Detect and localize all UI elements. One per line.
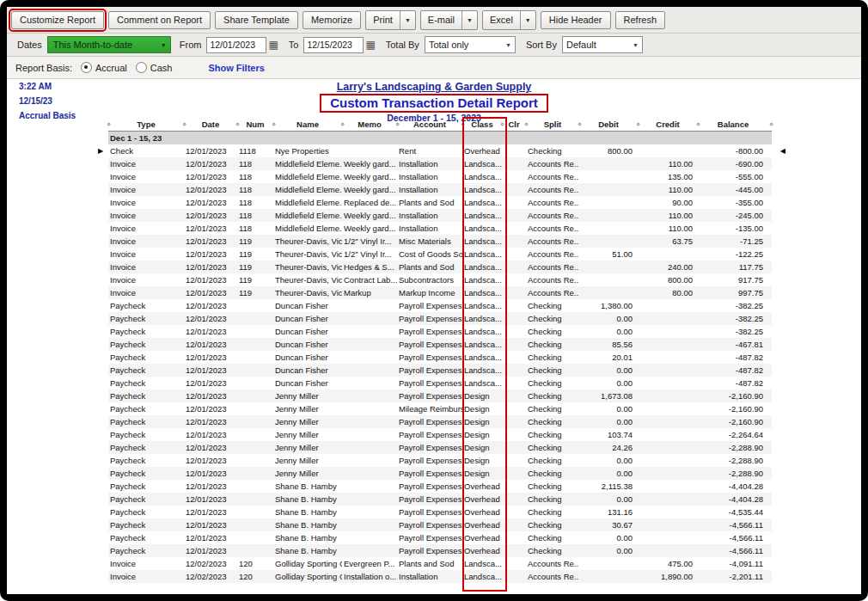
table-row[interactable]: Invoice12/01/2023118Middlefield Eleme...… [108,157,772,170]
column-divider-icon[interactable]: ⋄ [636,119,640,131]
table-row[interactable]: Invoice12/02/2023120Golliday Sporting G.… [108,557,772,570]
table-row[interactable]: Invoice12/01/2023118Middlefield Eleme...… [108,196,772,209]
cell-class: Landsca... [462,157,502,170]
print-button[interactable]: Print ▼ [365,10,416,30]
table-row[interactable]: Invoice12/01/2023119Theurer-Davis, Vic..… [108,286,772,299]
column-divider-icon[interactable]: ⋄ [340,119,345,131]
cell-credit [638,480,698,493]
table-row[interactable]: Paycheck12/01/2023Shane B. HambyPayroll … [108,531,772,544]
column-divider-icon[interactable]: ⋄ [524,119,529,131]
memorize-button[interactable]: Memorize [303,11,361,29]
table-row[interactable]: Paycheck12/01/2023Jenny MillerPayroll Ex… [108,389,772,402]
column-header-memo[interactable]: ⋄Memo [342,119,397,131]
table-row[interactable]: Paycheck12/01/2023Duncan FisherPayroll E… [108,351,772,364]
email-dropdown-arrow-icon[interactable]: ▼ [462,11,477,29]
column-header-debit[interactable]: ⋄Debit [579,119,638,131]
table-row[interactable]: Invoice12/01/2023118Middlefield Eleme...… [108,209,772,222]
dates-dropdown-arrow-icon[interactable]: ▼ [161,42,167,48]
hide-header-button[interactable]: Hide Header [541,11,611,29]
table-row[interactable]: Check12/01/20231118Nye PropertiesRentOve… [108,144,772,157]
show-filters-link[interactable]: Show Filters [208,63,264,73]
excel-button[interactable]: Excel ▼ [482,10,536,30]
column-header-num[interactable]: ⋄Num [237,119,273,131]
sort-by-dropdown[interactable]: Default ▼ [562,36,643,53]
column-header-class[interactable]: ⋄Class [462,119,502,131]
table-row[interactable]: Paycheck12/01/2023Shane B. HambyPayroll … [108,544,772,557]
cell-account: Subcontractors [397,273,462,286]
cell-account: Installation [397,570,462,583]
refresh-button[interactable]: Refresh [615,11,666,29]
column-divider-icon[interactable]: ⋄ [395,119,400,131]
to-date-input[interactable]: 12/15/2023 [303,37,364,53]
table-row[interactable]: Invoice12/02/2023120Golliday Sporting G.… [108,570,772,583]
table-row[interactable]: Paycheck12/01/2023Shane B. HambyPayroll … [108,493,772,506]
share-template-button[interactable]: Share Template [215,11,298,29]
column-divider-icon[interactable]: ⋄ [769,119,773,131]
column-header-date[interactable]: ⋄Date [184,119,237,131]
total-by-dropdown[interactable]: Total only ▼ [425,36,516,53]
table-row[interactable]: Paycheck12/01/2023Shane B. HambyPayroll … [108,518,772,531]
table-row[interactable]: Paycheck12/01/2023Duncan FisherPayroll E… [108,312,772,325]
from-calendar-icon[interactable]: ▦ [268,40,278,50]
table-row[interactable]: Paycheck12/01/2023Jenny MillerPayroll Ex… [108,441,772,454]
customize-report-button[interactable]: Customize Report [11,11,104,29]
accrual-radio[interactable] [81,62,92,73]
comment-on-report-button[interactable]: Comment on Report [108,11,211,29]
table-row[interactable]: Paycheck12/01/2023Duncan FisherPayroll E… [108,364,772,377]
column-divider-icon[interactable]: ⋄ [182,119,186,131]
column-header-split[interactable]: ⋄Split [526,119,579,131]
column-header-balance[interactable]: ⋄Balance [698,119,768,131]
table-row[interactable]: Paycheck12/01/2023Duncan FisherPayroll E… [108,338,772,351]
dates-dropdown[interactable]: This Month-to-date ▼ [47,36,171,53]
column-divider-icon[interactable]: ⋄ [578,119,582,131]
table-row[interactable]: Invoice12/01/2023118Middlefield Eleme...… [108,170,772,183]
column-divider-icon[interactable]: ⋄ [461,119,465,131]
from-date-input[interactable]: 12/01/2023 [206,37,266,53]
excel-dropdown-arrow-icon[interactable]: ▼ [520,11,535,29]
cell-memo [342,325,397,338]
column-header-clr[interactable]: ⋄Clr [502,119,526,131]
table-row[interactable]: Invoice12/01/2023118Middlefield Eleme...… [108,183,772,196]
cell-name: Theurer-Davis, Vic... [273,286,342,299]
cell-balance: 117.75 [698,261,768,273]
cell-account: Rent [397,144,462,157]
table-row[interactable]: Paycheck12/01/2023Jenny MillerPayroll Ex… [108,428,772,441]
table-row[interactable]: Paycheck12/01/2023Jenny MillerPayroll Ex… [108,415,772,428]
column-header-account[interactable]: ⋄Account [397,119,462,131]
table-row[interactable]: Invoice12/01/2023119Theurer-Davis, Vic..… [108,235,772,248]
column-divider-icon[interactable]: ⋄ [107,119,111,131]
to-calendar-icon[interactable]: ▦ [365,40,375,50]
table-row[interactable]: Invoice12/01/2023118Middlefield Eleme...… [108,222,772,235]
table-row[interactable]: Paycheck12/01/2023Jenny MillerMileage Re… [108,402,772,415]
cell-credit [638,467,698,480]
table-row[interactable]: Paycheck12/01/2023Duncan FisherPayroll E… [108,377,772,389]
email-button[interactable]: E-mail ▼ [420,10,478,30]
column-divider-icon[interactable]: ⋄ [696,119,700,131]
table-row[interactable]: Paycheck12/01/2023Shane B. HambyPayroll … [108,506,772,518]
table-row[interactable]: Paycheck12/01/2023Shane B. HambyPayroll … [108,480,772,493]
column-divider-icon[interactable]: ⋄ [272,119,276,131]
cell-split: Accounts Re... [526,286,579,299]
table-row[interactable]: Paycheck12/01/2023Duncan FisherPayroll E… [108,299,772,312]
table-row[interactable]: Paycheck12/01/2023Duncan FisherPayroll E… [108,325,772,338]
cell-clr [502,480,526,493]
table-row[interactable]: Paycheck12/01/2023Jenny MillerPayroll Ex… [108,467,772,480]
column-header-name[interactable]: ⋄Name [273,119,342,131]
column-divider-icon[interactable]: ⋄ [500,119,504,131]
cell-num: 120 [237,570,273,583]
cash-radio[interactable] [136,62,147,73]
table-row[interactable]: Invoice12/01/2023119Theurer-Davis, Vic..… [108,273,772,286]
column-header-credit[interactable]: ⋄Credit [638,119,698,131]
column-divider-icon[interactable]: ⋄ [235,119,240,131]
cell-type: Paycheck [108,518,184,531]
cell-memo [342,415,397,428]
column-header-type[interactable]: ⋄Type [108,119,184,131]
table-row[interactable]: Invoice12/01/2023119Theurer-Davis, Vic..… [108,261,772,273]
print-dropdown-arrow-icon[interactable]: ▼ [400,11,415,29]
table-row[interactable]: Invoice12/01/2023119Theurer-Davis, Vic..… [108,248,772,261]
cell-class: Design [462,441,502,454]
table-row[interactable]: Paycheck12/01/2023Jenny MillerPayroll Ex… [108,454,772,467]
total-by-dropdown-arrow-icon[interactable]: ▼ [505,42,511,48]
cell-class: Landsca... [462,248,502,261]
sort-by-dropdown-arrow-icon[interactable]: ▼ [633,42,639,48]
